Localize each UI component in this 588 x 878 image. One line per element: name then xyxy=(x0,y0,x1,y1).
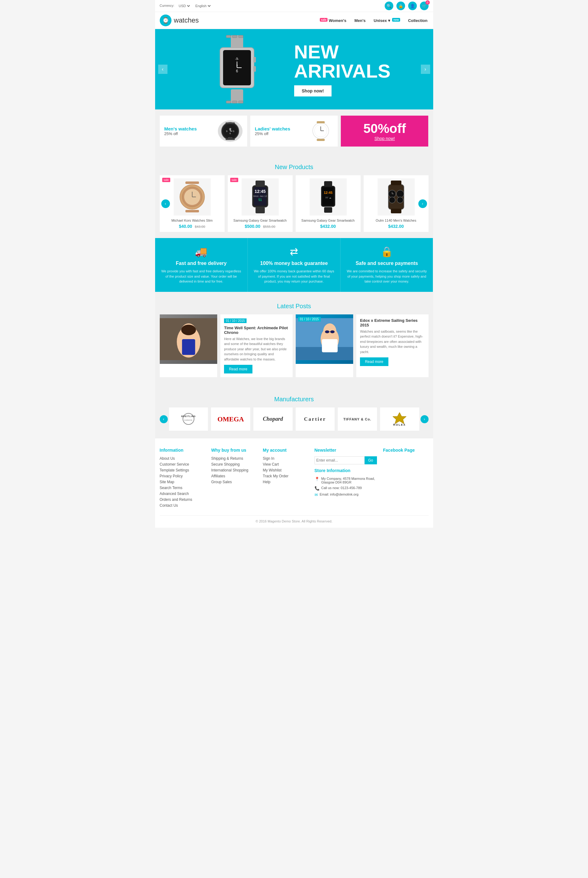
manufacturer-breitling[interactable]: BREITLING GENEVE xyxy=(169,407,208,431)
footer-link-signin[interactable]: Sign In xyxy=(263,456,308,461)
store-info: Store Information 📍 My Company, 4578 Mar… xyxy=(315,468,377,497)
hero-shop-now-button[interactable]: Shop now! xyxy=(294,85,332,96)
svg-rect-11 xyxy=(226,35,231,38)
manufacturers-grid: ‹ BREITLING GENEVE OMEGA Chopard Cartier xyxy=(160,407,429,431)
promo-sale-sub: Shop now! xyxy=(375,136,395,141)
manufacturers-prev-arrow[interactable]: ‹ xyxy=(160,415,168,423)
product-pricing: $500.00 $555.00 xyxy=(231,224,290,229)
feature-payments: 🔒 Safe and secure payments We are commit… xyxy=(340,238,433,292)
footer-account-title: My account xyxy=(263,448,308,453)
footer-link-track[interactable]: Track My Order xyxy=(263,474,308,478)
nav-badge-new: new xyxy=(392,18,400,22)
post1-date: 01 / 10 / 2015 xyxy=(224,319,247,323)
footer-link-advanced[interactable]: Advanced Search xyxy=(160,492,205,496)
manufacturer-tiffany[interactable]: TIFFANY & Co. xyxy=(338,407,377,431)
currency-select[interactable]: USD EUR xyxy=(177,4,191,8)
hero-prev-arrow[interactable]: ‹ xyxy=(158,65,168,74)
nav-item-womens[interactable]: sale Women's xyxy=(318,17,347,24)
svg-point-57 xyxy=(389,197,395,203)
manufacturer-cartier[interactable]: Cartier xyxy=(296,407,335,431)
footer-link-sitemap[interactable]: Site Map xyxy=(160,480,205,484)
post2-read-more-button[interactable]: Read more xyxy=(360,357,388,366)
language-select[interactable]: English xyxy=(194,4,212,8)
products-prev-arrow[interactable]: ‹ xyxy=(161,199,170,208)
store-info-title: Store Information xyxy=(315,468,377,473)
post1-text: Here at Watches, we love the big brands … xyxy=(224,336,289,362)
footer-grid: Information About Us Customer Service Te… xyxy=(160,448,429,509)
footer-link-wishlist[interactable]: My Wishlist xyxy=(263,468,308,472)
promo-mens-text: Men's watches 25% off xyxy=(164,126,197,136)
svg-rect-12 xyxy=(232,35,237,38)
currency-label: Currency: xyxy=(160,4,175,8)
new-products-title: New Products xyxy=(160,164,429,171)
footer-link-contact[interactable]: Contact Us xyxy=(160,503,205,508)
newsletter-input[interactable] xyxy=(315,456,364,465)
svg-text:9: 9 xyxy=(226,130,227,132)
product-pricing: $432.00 xyxy=(367,224,426,229)
store-email-text: Email: info@demolink.org xyxy=(320,493,359,496)
promo-sale[interactable]: 50%off Shop now! xyxy=(341,116,428,147)
logo-text: watches xyxy=(174,17,199,24)
product-price: $432.00 xyxy=(320,224,336,229)
new-products-section: New Products ‹ sale Michael xyxy=(155,153,433,238)
svg-point-66 xyxy=(181,325,196,335)
products-next-arrow[interactable]: › xyxy=(418,199,427,208)
product-name: Samsung Galaxy Gear Smartwatch xyxy=(299,219,357,222)
svg-marker-79 xyxy=(393,412,406,424)
cart-icon[interactable]: 🛒 0 xyxy=(420,2,429,10)
lock-icon[interactable]: 🔒 xyxy=(396,2,405,10)
svg-text:6: 6 xyxy=(230,132,231,134)
hero-next-arrow[interactable]: › xyxy=(421,65,430,74)
footer-link-cart[interactable]: View Cart xyxy=(263,462,308,466)
email-icon: ✉ xyxy=(315,493,318,497)
feature-delivery: 🚚 Fast and free delivery We provide you … xyxy=(155,238,248,292)
promo-ladies-text: Ladies' watches 25% off xyxy=(255,126,290,136)
location-icon: 📍 xyxy=(315,477,320,481)
svg-rect-67 xyxy=(182,339,195,355)
main-nav: sale Women's Men's Unisex ▾ new Collecti… xyxy=(318,17,429,24)
nav-item-collection[interactable]: Collection xyxy=(407,17,429,24)
copyright-text: © 2016 Magento Demo Store. All Rights Re… xyxy=(255,519,332,523)
top-bar: Currency: USD EUR English 🔍 🔒 👤 🛒 0 xyxy=(155,0,433,12)
newsletter-go-button[interactable]: Go xyxy=(364,456,377,465)
search-icon[interactable]: 🔍 xyxy=(385,2,393,10)
product-image: 12:45 75° ☁ xyxy=(310,178,346,215)
footer-link-secure[interactable]: Secure Shopping xyxy=(212,462,257,466)
nav-item-mens[interactable]: Men's xyxy=(354,17,366,24)
manufacturer-omega[interactable]: OMEGA xyxy=(211,407,250,431)
footer-link-orders[interactable]: Orders and Returns xyxy=(160,498,205,502)
footer-link-template[interactable]: Template Settings xyxy=(160,468,205,472)
products-carousel: ‹ sale Michael Kors Watches Slim xyxy=(160,175,429,232)
footer-col-whybuy: Why buy from us Shipping & Returns Secur… xyxy=(212,448,257,509)
svg-text:51: 51 xyxy=(258,198,262,201)
footer-link-customer[interactable]: Customer Service xyxy=(160,462,205,466)
post2-date: 01 / 10 / 2015 xyxy=(298,317,321,322)
post1-read-more-button[interactable]: Read more xyxy=(224,365,252,373)
posts-grid: 01 / 10 / 2015 Time Well Spent: Archimed… xyxy=(160,314,429,377)
post2-title: Edox x Extreme Sailing Series 2015 xyxy=(360,318,424,328)
svg-rect-27 xyxy=(225,138,235,140)
footer-link-search[interactable]: Search Terms xyxy=(160,486,205,490)
footer-link-affiliates[interactable]: Affiliates xyxy=(212,474,257,478)
svg-text:GENEVE: GENEVE xyxy=(184,419,192,421)
tiffany-logo: TIFFANY & Co. xyxy=(343,417,371,421)
promo-mens-discount: 25% off xyxy=(164,131,197,136)
user-icon[interactable]: 👤 xyxy=(408,2,417,10)
promo-mens-image: 12 6 9 3 arlinn xyxy=(218,120,243,142)
footer-link-about[interactable]: About Us xyxy=(160,456,205,461)
promo-mens-title: Men's watches xyxy=(164,126,197,131)
manufacturer-chopard[interactable]: Chopard xyxy=(254,407,292,431)
svg-point-74 xyxy=(330,330,334,333)
nav-item-unisex[interactable]: Unisex ▾ new xyxy=(373,17,401,24)
footer-link-privacy[interactable]: Privacy Policy xyxy=(160,474,205,478)
footer-link-shipping[interactable]: Shipping & Returns xyxy=(212,456,257,461)
manufacturer-rolex[interactable]: ROLEX xyxy=(380,407,419,431)
footer-link-international[interactable]: International Shopping xyxy=(212,468,257,472)
footer-link-help[interactable]: Help xyxy=(263,480,308,484)
footer-link-group[interactable]: Group Sales xyxy=(212,480,257,484)
manufacturers-next-arrow[interactable]: › xyxy=(420,415,429,423)
post2-text: Watches and sailboats, seems like the pe… xyxy=(360,329,424,355)
svg-rect-39 xyxy=(185,182,199,184)
payments-icon: 🔒 xyxy=(345,246,428,257)
svg-rect-32 xyxy=(317,121,325,123)
